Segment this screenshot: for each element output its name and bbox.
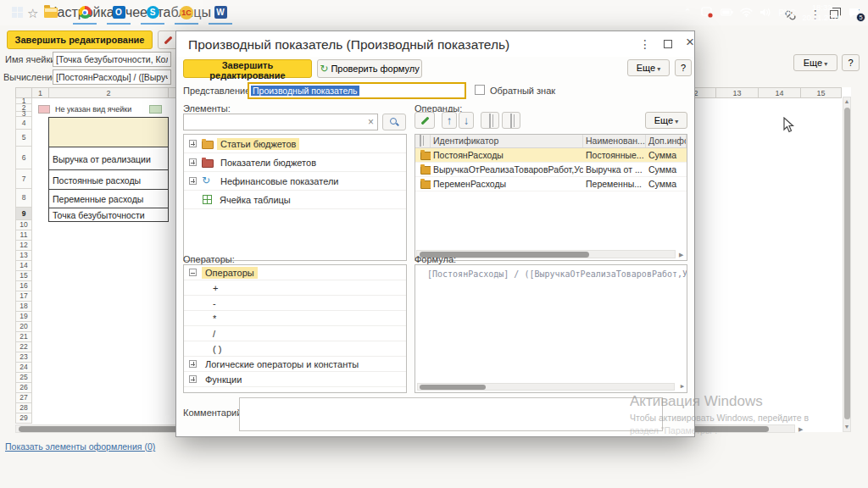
tree-item-Статьи бюджетов[interactable]: Статьи бюджетов [184,135,406,153]
taskbar-chrome-button[interactable] [68,0,102,25]
taskbar-1c-button[interactable]: 1С [170,0,203,25]
taskbar-outlook-button[interactable]: O [102,0,136,25]
group-button-2[interactable] [502,112,520,129]
wifi-icon[interactable] [739,6,753,19]
row-header-10[interactable]: 10 [15,220,32,230]
row-header-8[interactable]: 8 [15,189,32,208]
tree-item-( )[interactable]: ( ) [184,341,406,357]
clear-search-icon[interactable]: × [368,116,374,128]
row-header-23[interactable]: 23 [15,352,32,363]
vertical-scrollbar[interactable]: ▲ ▼ [843,97,851,432]
formula-hscrollbar[interactable] [417,383,675,391]
operand-row-0[interactable]: ПостоянРасходыПостоянные...Сумма [415,148,687,163]
operands-scroll-right-icon[interactable]: ▶ [679,252,683,258]
taskbar-skype-button[interactable]: S [136,0,170,25]
row-header-5[interactable]: 5 [15,130,32,147]
scroll-right-arrow-icon[interactable]: ▶ [798,426,803,433]
row-header-29[interactable]: 29 [15,413,32,424]
tree-item-*[interactable]: * [184,311,406,326]
search-button[interactable] [382,114,406,130]
tree-item-Функции[interactable]: Функции [184,372,406,387]
finish-editing-button[interactable]: Завершить редактирование [7,30,153,49]
operand-row-2[interactable]: ПеременРасходыПеременны...Сумма [415,177,687,191]
inverse-sign-checkbox[interactable] [475,85,485,95]
row-header-25[interactable]: 25 [15,373,32,383]
vertical-scrollbar-thumb[interactable] [844,108,850,419]
expand-plus-icon[interactable] [189,158,197,166]
show-format-elements-link[interactable]: Показать элементы оформления (0) [5,441,155,452]
row-header-9[interactable]: 9 [15,208,32,220]
expand-minus-icon[interactable] [189,269,197,276]
tree-item-+[interactable]: + [184,280,406,296]
row-header-11[interactable]: 11 [15,230,32,241]
operand-row-1[interactable]: ВыручкаОтРеализаТоваровРабот,УслугВыручк… [415,163,687,177]
column-header-1[interactable]: 1 [32,87,49,98]
expand-plus-icon[interactable] [189,375,197,383]
formula-box[interactable]: [ПостоянРасходы] / ([ВыручкаОтРеализаТов… [415,264,687,393]
expand-plus-icon[interactable] [189,360,197,368]
header-merged-cell[interactable] [48,117,169,147]
row-header-21[interactable]: 21 [15,332,32,342]
row-header-28[interactable]: 28 [15,403,32,413]
move-up-button[interactable]: ↑ [442,112,457,129]
action-center-icon[interactable] [700,6,714,19]
tree-item-Операторы[interactable]: Операторы [184,265,406,280]
row-header-26[interactable]: 26 [15,383,32,393]
row-header-14[interactable]: 14 [15,261,32,271]
row-header-17[interactable]: 17 [15,291,32,302]
sheet-cell-row8[interactable]: Переменные расходы [48,189,169,209]
row-header-22[interactable]: 22 [15,342,32,352]
column-header-13[interactable]: 13 [716,87,759,98]
expand-plus-icon[interactable] [189,140,197,147]
row-header-15[interactable]: 15 [15,271,32,281]
check-formula-button[interactable]: ↻ Проверить формулу [317,59,422,78]
row-header-19[interactable]: 19 [15,312,32,322]
main-help-button[interactable]: ? [842,54,860,71]
edit-operand-button[interactable] [415,112,435,129]
sheet-cell-row6[interactable]: Выручка от реализации [48,147,169,171]
operands-column-2[interactable]: Доп.информаци [646,135,687,147]
row-header-13[interactable]: 13 [15,251,32,261]
calculation-input[interactable] [53,69,171,85]
tree-item--[interactable]: - [184,296,406,311]
row-header-20[interactable]: 20 [15,322,32,332]
row-header-16[interactable]: 16 [15,281,32,291]
language-indicator[interactable]: РУС [778,8,796,18]
tree-item-Ячейка таблицы[interactable]: Ячейка таблицы [184,191,406,209]
tree-item-/[interactable]: / [184,326,406,341]
row-header-12[interactable]: 12 [15,241,32,251]
row-header-7[interactable]: 7 [15,169,32,189]
clock[interactable]: 18:32 20.11.2020 [802,3,842,23]
dialog-maximize-icon[interactable] [664,40,672,48]
tree-item-Нефинансовые показатели[interactable]: Нефинансовые показатели [184,172,406,191]
row-header-24[interactable]: 24 [15,363,32,373]
sheet-cell-row7[interactable]: Постоянные расходы [48,169,169,191]
tree-item-Показатели бюджетов[interactable]: Показатели бюджетов [184,153,406,172]
dialog-help-button[interactable]: ? [675,59,692,76]
tray-expand-icon[interactable]: ⌃ [681,6,694,19]
row-header-4[interactable]: 4 [15,117,32,130]
comment-textarea[interactable] [239,397,663,431]
dialog-menu-icon[interactable] [638,37,652,51]
elements-search-input[interactable]: × [183,114,378,130]
row-header-27[interactable]: 27 [15,393,32,403]
operands-more-button[interactable]: Еще [645,112,687,129]
taskbar-start-button[interactable] [0,0,34,25]
presentation-input[interactable]: Производный показатель [248,82,466,99]
dialog-finish-editing-button[interactable]: Завершить редактирование [183,59,312,78]
cell-name-input[interactable] [53,52,171,67]
formula-scroll-right-icon[interactable]: ▶ [681,383,684,390]
dialog-more-button[interactable]: Еще [627,59,670,76]
taskbar-word-button[interactable]: W [203,0,237,25]
tree-item-Логические операторы и константы[interactable]: Логические операторы и константы [184,357,406,372]
column-header-14[interactable]: 14 [759,87,801,98]
row-header-6[interactable]: 6 [15,147,32,169]
volume-icon[interactable] [759,6,772,19]
column-header-15[interactable]: 15 [801,87,842,98]
group-button-1[interactable] [481,112,499,129]
operands-column-0[interactable]: Идентификатор [431,135,583,147]
taskbar-explorer-button[interactable] [34,0,68,25]
expand-plus-icon[interactable] [189,177,197,185]
operands-column-1[interactable]: Наименован... [583,135,646,147]
main-more-button[interactable]: Еще [793,54,837,71]
